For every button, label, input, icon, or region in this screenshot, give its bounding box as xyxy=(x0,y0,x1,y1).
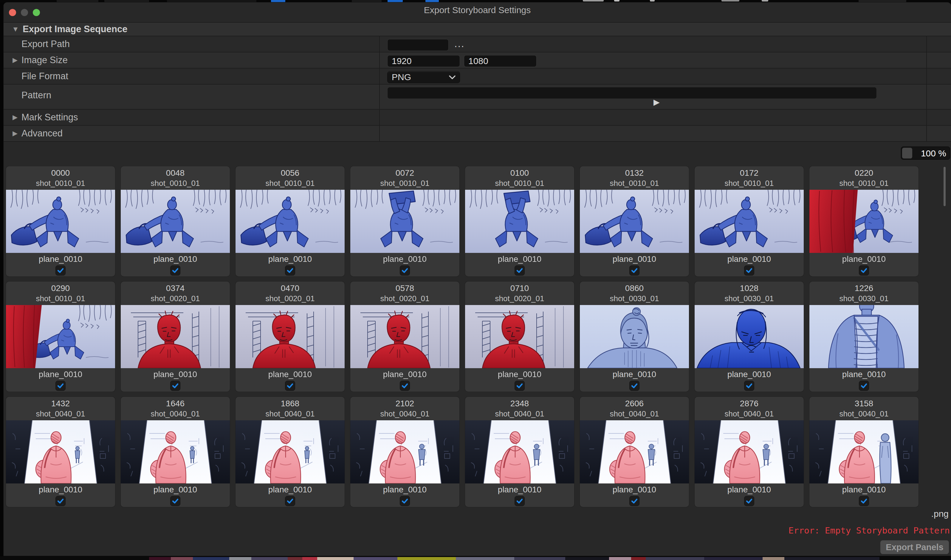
storyboard-panel-card[interactable]: 2348 shot_0040_01 plane_0010 xyxy=(465,397,574,507)
zoom-slider-handle[interactable] xyxy=(902,148,912,158)
panel-checkbox[interactable] xyxy=(744,381,754,391)
panel-checkbox[interactable] xyxy=(629,496,639,506)
panel-checkbox[interactable] xyxy=(859,496,869,506)
export-path-input[interactable] xyxy=(387,39,449,51)
panel-checkbox[interactable] xyxy=(56,496,66,506)
image-height-input[interactable] xyxy=(464,55,537,67)
panel-header: 2348 shot_0040_01 xyxy=(465,397,574,420)
panel-thumbnail[interactable] xyxy=(695,190,804,253)
storyboard-panel-card[interactable]: 0072 shot_0010_01 plane_0010 xyxy=(350,166,459,277)
panel-layer-name: plane_0010 xyxy=(580,368,689,380)
storyboard-panel-card[interactable]: 1868 shot_0040_01 plane_0010 xyxy=(236,397,344,507)
row-advanced[interactable]: ▶ Advanced xyxy=(3,126,951,142)
panel-checkbox[interactable] xyxy=(400,265,410,275)
pattern-advance-icon[interactable]: ▶ xyxy=(653,98,660,106)
panel-thumbnail[interactable] xyxy=(6,190,115,253)
storyboard-panel-card[interactable]: 0290 shot_0010_01 plane_0010 xyxy=(6,282,115,392)
storyboard-panel-card[interactable]: 1028 shot_0030_01 plane_0010 xyxy=(695,282,804,392)
pattern-input[interactable] xyxy=(387,87,877,99)
section-export-image-sequence[interactable]: ▼ Export Image Sequence xyxy=(3,22,951,36)
panel-thumbnail[interactable] xyxy=(6,305,115,368)
panel-frame-number: 0860 xyxy=(580,283,689,294)
panel-thumbnail[interactable] xyxy=(809,420,919,483)
panel-thumbnail[interactable] xyxy=(236,190,344,253)
panel-thumbnail[interactable] xyxy=(121,305,230,368)
storyboard-panel-card[interactable]: 0710 shot_0020_01 plane_0010 xyxy=(465,282,574,392)
panel-thumbnail[interactable] xyxy=(695,420,804,483)
panel-thumbnail[interactable] xyxy=(350,190,459,253)
panel-thumbnail[interactable] xyxy=(580,420,689,483)
storyboard-panel-card[interactable]: 1432 shot_0040_01 plane_0010 xyxy=(6,397,115,507)
disclosure-triangle-right-icon[interactable]: ▶ xyxy=(12,130,18,137)
scrollbar-thumb[interactable] xyxy=(943,167,946,206)
panel-checkbox[interactable] xyxy=(170,381,181,391)
panel-checkbox[interactable] xyxy=(629,265,639,275)
panel-thumbnail[interactable] xyxy=(809,305,919,368)
panel-checkbox[interactable] xyxy=(514,381,525,391)
storyboard-panel-card[interactable]: 0172 shot_0010_01 plane_0010 xyxy=(695,166,804,277)
panel-thumbnail[interactable] xyxy=(809,190,919,253)
row-mark-settings[interactable]: ▶ Mark Settings xyxy=(3,109,951,126)
panel-checkbox[interactable] xyxy=(400,496,410,506)
zoom-control[interactable]: 100 % xyxy=(901,146,950,160)
panel-layer-name: plane_0010 xyxy=(6,483,115,495)
file-format-dropdown[interactable]: PNG xyxy=(387,71,460,83)
storyboard-panel-card[interactable]: 1646 shot_0040_01 plane_0010 xyxy=(121,397,230,507)
panel-checkbox[interactable] xyxy=(170,496,181,506)
storyboard-panel-card[interactable]: 0048 shot_0010_01 plane_0010 xyxy=(121,166,230,277)
panel-thumbnail[interactable] xyxy=(580,305,689,368)
storyboard-panel-card[interactable]: 0132 shot_0010_01 plane_0010 xyxy=(580,166,689,277)
storyboard-panel-card[interactable]: 1226 shot_0030_01 plane_0010 xyxy=(809,282,919,392)
panel-thumbnail[interactable] xyxy=(350,305,459,368)
panel-checkbox[interactable] xyxy=(514,265,525,275)
storyboard-panel-card[interactable]: 2606 shot_0040_01 plane_0010 xyxy=(580,397,689,507)
storyboard-panel-card[interactable]: 3158 shot_0040_01 plane_0010 xyxy=(809,397,919,507)
panel-thumbnail[interactable] xyxy=(6,420,115,483)
storyboard-panel-card[interactable]: 0470 shot_0020_01 plane_0010 xyxy=(236,282,344,392)
storyboard-panel-card[interactable]: 0220 shot_0010_01 plane_0010 xyxy=(809,166,919,277)
panel-checkbox[interactable] xyxy=(285,265,295,275)
panel-thumbnail[interactable] xyxy=(695,305,804,368)
image-width-input[interactable] xyxy=(387,55,460,67)
panel-layer-name: plane_0010 xyxy=(465,253,574,265)
panel-checkbox[interactable] xyxy=(744,496,754,506)
storyboard-panel-card[interactable]: 2876 shot_0040_01 plane_0010 xyxy=(695,397,804,507)
export-panels-button[interactable]: Export Panels xyxy=(880,540,949,554)
panel-frame-number: 2876 xyxy=(695,398,804,409)
storyboard-panel-card[interactable]: 0100 shot_0010_01 plane_0010 xyxy=(465,166,574,277)
panel-checkbox[interactable] xyxy=(56,265,66,275)
panel-checkbox[interactable] xyxy=(859,265,869,275)
panel-checkbox[interactable] xyxy=(400,381,410,391)
panel-checkbox[interactable] xyxy=(859,381,869,391)
panel-checkbox[interactable] xyxy=(170,265,181,275)
storyboard-panel-card[interactable]: 0578 shot_0020_01 plane_0010 xyxy=(350,282,459,392)
panel-thumbnail[interactable] xyxy=(350,420,459,483)
storyboard-panel-card[interactable]: 0860 shot_0030_01 plane_0010 xyxy=(580,282,689,392)
panel-thumbnail[interactable] xyxy=(580,190,689,253)
panel-thumbnail[interactable] xyxy=(465,190,574,253)
panel-thumbnail[interactable] xyxy=(465,305,574,368)
disclosure-triangle-right-icon[interactable]: ▶ xyxy=(12,57,18,63)
storyboard-sketch xyxy=(809,190,919,253)
panel-checkbox[interactable] xyxy=(285,496,295,506)
panel-thumbnail[interactable] xyxy=(236,305,344,368)
storyboard-panel-card[interactable]: 0374 shot_0020_01 plane_0010 xyxy=(121,282,230,392)
disclosure-triangle-down-icon[interactable]: ▼ xyxy=(12,26,19,33)
panel-thumbnail[interactable] xyxy=(236,420,344,483)
storyboard-panel-card[interactable]: 2102 shot_0040_01 plane_0010 xyxy=(350,397,459,507)
background-toolbar-fragment xyxy=(352,0,381,2)
dialog-titlebar[interactable]: Export Storyboard Settings xyxy=(3,2,951,20)
panel-checkbox[interactable] xyxy=(514,496,525,506)
browse-button[interactable]: ... xyxy=(454,39,465,51)
panel-thumbnail[interactable] xyxy=(121,420,230,483)
disclosure-triangle-right-icon[interactable]: ▶ xyxy=(12,114,18,121)
panel-thumbnail[interactable] xyxy=(465,420,574,483)
panel-checkbox[interactable] xyxy=(285,381,295,391)
panel-checkbox[interactable] xyxy=(744,265,754,275)
storyboard-panel-card[interactable]: 0056 shot_0010_01 plane_0010 xyxy=(236,166,344,277)
panel-shot-name: shot_0020_01 xyxy=(236,294,344,303)
panel-thumbnail[interactable] xyxy=(121,190,230,253)
panel-checkbox[interactable] xyxy=(56,381,66,391)
storyboard-panel-card[interactable]: 0000 shot_0010_01 plane_0010 xyxy=(6,166,115,277)
panel-checkbox[interactable] xyxy=(629,381,639,391)
